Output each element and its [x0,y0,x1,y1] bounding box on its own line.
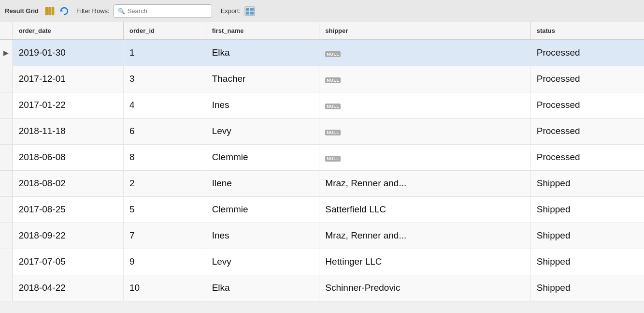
table-row[interactable]: 2017-08-255ClemmieSatterfield LLCShipped [0,196,644,223]
table-row[interactable]: 2018-04-2210ElkaSchinner-PredovicShipped [0,275,644,301]
table-row[interactable]: 2017-01-224InesNULLProcessed [0,92,644,118]
table-row[interactable]: ▶2019-01-301ElkaNULLProcessed [0,40,644,66]
export-label: Export: [221,7,241,15]
cell-status: Shipped [530,196,644,223]
col-header-shipper[interactable]: shipper [319,22,530,40]
row-indicator [0,196,13,223]
cell-order-date: 2017-07-05 [13,249,123,275]
cell-status: Processed [530,144,644,170]
result-grid-title: Result Grid [5,7,39,15]
table-row[interactable]: 2018-09-227InesMraz, Renner and...Shippe… [0,223,644,249]
col-header-status[interactable]: status [530,22,644,40]
svg-rect-7 [250,12,254,15]
cell-order-date: 2018-04-22 [13,275,123,301]
cell-shipper: NULL [319,118,530,144]
toolbar: Result Grid Filter Rows: 🔍 Export: [0,0,644,22]
column-icon[interactable] [44,6,55,16]
cell-shipper: Mraz, Renner and... [319,223,530,249]
cell-first-name: Ilene [206,170,319,196]
table-row[interactable]: 2017-12-013ThacherNULLProcessed [0,66,644,92]
table-body: ▶2019-01-301ElkaNULLProcessed2017-12-013… [0,40,644,301]
cell-status: Processed [530,118,644,144]
svg-rect-4 [246,8,249,11]
cell-order-date: 2018-11-18 [13,118,123,144]
refresh-icon[interactable] [59,6,70,16]
col-header-order-date[interactable]: order_date [13,22,123,40]
cell-status: Processed [530,66,644,92]
null-badge: NULL [325,156,341,162]
cell-order-id: 3 [123,66,206,92]
row-indicator [0,92,13,118]
cell-status: Processed [530,92,644,118]
svg-rect-5 [250,8,254,11]
table-row[interactable]: 2018-06-088ClemmieNULLProcessed [0,144,644,170]
row-indicator [0,144,13,170]
cell-order-id: 5 [123,196,206,223]
cell-first-name: Thacher [206,66,319,92]
null-badge: NULL [325,104,341,109]
row-indicator [0,223,13,249]
table-row[interactable]: 2018-11-186LevyNULLProcessed [0,118,644,144]
col-header-first-name[interactable]: first_name [206,22,319,40]
cell-order-id: 7 [123,223,206,249]
cell-shipper: Mraz, Renner and... [319,170,530,196]
row-indicator [0,275,13,301]
row-indicator [0,118,13,144]
cell-order-date: 2017-01-22 [13,92,123,118]
svg-rect-1 [49,7,51,15]
cell-order-date: 2018-06-08 [13,144,123,170]
null-badge: NULL [325,130,341,135]
cell-first-name: Ines [206,92,319,118]
cell-status: Shipped [530,275,644,301]
cell-first-name: Elka [206,275,319,301]
cell-first-name: Clemmie [206,144,319,170]
row-indicator: ▶ [0,40,13,66]
cell-first-name: Ines [206,223,319,249]
cell-status: Shipped [530,223,644,249]
null-badge: NULL [325,77,341,83]
cell-order-date: 2018-09-22 [13,223,123,249]
cell-shipper: NULL [319,66,530,92]
cell-shipper: Schinner-Predovic [319,275,530,301]
table-row[interactable]: 2017-07-059LevyHettinger LLCShipped [0,249,644,275]
cell-order-id: 6 [123,118,206,144]
search-input[interactable] [128,7,205,15]
cell-order-id: 1 [123,40,206,66]
cell-shipper: Satterfield LLC [319,196,530,223]
search-icon: 🔍 [118,8,125,15]
export-icon[interactable] [244,6,255,16]
cell-shipper: NULL [319,92,530,118]
cell-order-id: 8 [123,144,206,170]
cell-status: Shipped [530,249,644,275]
cell-order-date: 2018-08-02 [13,170,123,196]
cell-first-name: Levy [206,118,319,144]
row-indicator [0,170,13,196]
cell-first-name: Clemmie [206,196,319,223]
cell-shipper: Hettinger LLC [319,249,530,275]
filter-rows-label: Filter Rows: [76,7,110,15]
cell-order-id: 10 [123,275,206,301]
cell-first-name: Levy [206,249,319,275]
cell-shipper: NULL [319,40,530,66]
cell-order-id: 2 [123,170,206,196]
svg-rect-0 [45,7,48,15]
result-grid-table: order_date order_id first_name shipper s… [0,22,644,301]
cell-order-date: 2017-12-01 [13,66,123,92]
row-indicator [0,66,13,92]
cell-order-id: 4 [123,92,206,118]
svg-rect-6 [246,12,249,15]
cell-shipper: NULL [319,144,530,170]
table-row[interactable]: 2018-08-022IleneMraz, Renner and...Shipp… [0,170,644,196]
table-header: order_date order_id first_name shipper s… [0,22,644,40]
cell-order-date: 2019-01-30 [13,40,123,66]
cell-order-date: 2017-08-25 [13,196,123,223]
row-indicator [0,249,13,275]
col-header-order-id[interactable]: order_id [123,22,206,40]
cell-first-name: Elka [206,40,319,66]
search-box[interactable]: 🔍 [114,4,212,18]
cell-order-id: 9 [123,249,206,275]
null-badge: NULL [325,51,341,57]
cell-status: Processed [530,40,644,66]
svg-rect-2 [52,7,54,15]
cell-status: Shipped [530,170,644,196]
